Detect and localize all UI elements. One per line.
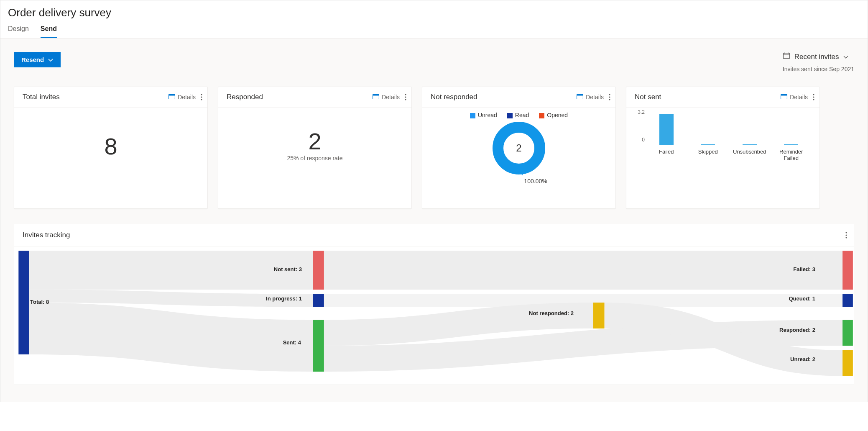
donut-legend: Unread Read Opened: [470, 112, 568, 118]
details-link[interactable]: Details: [577, 94, 604, 101]
details-link[interactable]: Details: [373, 94, 400, 101]
svg-point-16: [609, 94, 610, 95]
card-title: Invites tracking: [23, 231, 70, 239]
bar-label: Unsubscribed: [733, 149, 766, 161]
recent-invites-dropdown[interactable]: Recent invites: [783, 52, 854, 62]
bar-label: Skipped: [691, 149, 725, 161]
card-not-sent: Not sent Details 3.2 0: [626, 87, 820, 209]
card-not-responded: Not responded Details Unread Read Opened: [422, 87, 616, 209]
more-icon[interactable]: [845, 232, 847, 239]
popout-icon: [373, 94, 379, 101]
svg-point-7: [201, 96, 202, 97]
svg-point-6: [201, 94, 202, 95]
svg-point-23: [813, 94, 814, 95]
details-label: Details: [586, 94, 604, 100]
sankey-label-total: Total: 8: [30, 299, 49, 305]
details-link[interactable]: Details: [168, 94, 196, 101]
legend-unread: Unread: [478, 112, 497, 118]
legend-opened: Opened: [547, 112, 568, 118]
tabs: Design Send: [0, 19, 868, 38]
svg-point-27: [845, 234, 847, 236]
svg-rect-36: [842, 320, 853, 346]
svg-point-13: [405, 99, 406, 100]
card-total-invites: Total invites Details 8: [14, 87, 208, 209]
details-label: Details: [382, 94, 400, 100]
recent-invites-label: Recent invites: [794, 53, 839, 61]
svg-rect-15: [577, 94, 583, 95]
svg-point-28: [845, 237, 847, 238]
svg-point-11: [405, 94, 406, 95]
sankey-chart: Total: 8 Not sent: 3 In progress: 1 Sent…: [14, 246, 854, 385]
sankey-label-queued: Queued: 1: [780, 295, 815, 302]
card-title: Not responded: [431, 93, 477, 101]
not-sent-barchart: 3.2 0 Failed Skipped: [626, 108, 819, 163]
donut-percent: 100.00%: [524, 178, 547, 185]
sankey-label-responded: Responded: 2: [769, 327, 815, 333]
ytick: 0: [642, 137, 645, 143]
card-responded: Responded Details 2 25% of response rate: [218, 87, 412, 209]
details-label: Details: [178, 94, 196, 100]
details-link[interactable]: Details: [781, 94, 808, 101]
svg-point-12: [405, 96, 406, 97]
more-icon[interactable]: [201, 94, 202, 100]
legend-read: Read: [515, 112, 529, 118]
resend-button[interactable]: Resend: [14, 52, 61, 67]
more-icon[interactable]: [405, 94, 406, 100]
sankey-label-not-responded: Not responded: 2: [518, 310, 574, 316]
bar-label: Reminder Failed: [774, 149, 808, 161]
svg-point-8: [201, 99, 202, 100]
total-invites-value: 8: [14, 133, 207, 160]
popout-icon: [577, 94, 583, 101]
sankey-label-not-sent: Not sent: 3: [261, 266, 302, 272]
card-title: Responded: [227, 93, 263, 101]
sankey-label-failed: Failed: 3: [782, 266, 815, 272]
responded-caption: 25% of response rate: [218, 155, 411, 162]
svg-rect-22: [781, 94, 787, 95]
more-icon[interactable]: [609, 94, 610, 100]
svg-rect-34: [842, 251, 853, 290]
svg-rect-5: [169, 94, 175, 95]
invites-since-label: Invites sent since Sep 2021: [783, 66, 854, 72]
tab-send[interactable]: Send: [41, 25, 57, 38]
card-title: Total invites: [23, 93, 60, 101]
svg-rect-30: [313, 251, 324, 290]
svg-rect-31: [313, 294, 324, 307]
sankey-label-in-progress: In progress: 1: [255, 295, 302, 302]
donut-chart: 2: [492, 121, 546, 175]
svg-point-18: [609, 99, 610, 100]
resend-label: Resend: [21, 56, 44, 63]
calendar-icon: [783, 52, 790, 62]
more-icon[interactable]: [813, 94, 814, 100]
ytick: 3.2: [638, 109, 645, 115]
card-invites-tracking: Invites tracking: [14, 224, 854, 385]
svg-point-26: [845, 232, 847, 233]
chevron-down-icon: [48, 56, 53, 63]
donut-center-value: 2: [492, 121, 546, 175]
svg-rect-0: [783, 53, 789, 59]
popout-icon: [781, 94, 787, 101]
svg-rect-29: [18, 251, 29, 354]
svg-point-17: [609, 96, 610, 97]
svg-point-24: [813, 96, 814, 97]
svg-rect-35: [842, 294, 853, 307]
sankey-label-sent: Sent: 4: [275, 339, 301, 346]
sankey-label-unread: Unread: 2: [782, 356, 815, 362]
chevron-down-icon: [843, 53, 848, 61]
svg-rect-10: [373, 94, 379, 95]
bar-label: Failed: [650, 149, 683, 161]
popout-icon: [168, 94, 175, 101]
card-title: Not sent: [635, 93, 661, 101]
svg-point-25: [813, 99, 814, 100]
svg-rect-33: [593, 303, 605, 328]
responded-value: 2: [218, 128, 411, 155]
tab-design[interactable]: Design: [8, 25, 29, 38]
details-label: Details: [790, 94, 808, 100]
page-title: Order delivery survey: [8, 6, 860, 19]
svg-rect-37: [842, 350, 853, 376]
svg-rect-32: [313, 320, 324, 372]
